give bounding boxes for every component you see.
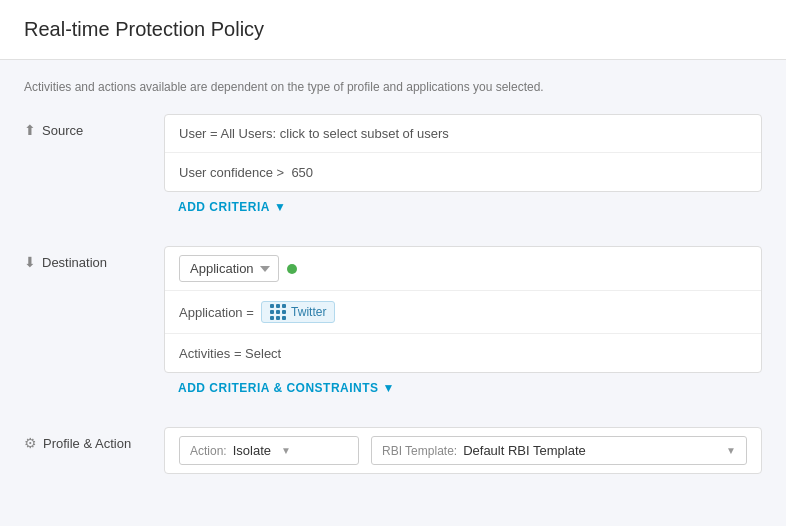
twitter-grid-icon bbox=[270, 304, 286, 320]
destination-app-equals-text: Application = bbox=[179, 305, 261, 320]
page-header: Real-time Protection Policy bbox=[0, 0, 786, 60]
destination-label: ⬇ Destination bbox=[24, 246, 164, 270]
page-title: Real-time Protection Policy bbox=[24, 18, 762, 41]
destination-icon: ⬇ bbox=[24, 254, 36, 270]
info-text: Activities and actions available are dep… bbox=[24, 80, 762, 94]
profile-action-label: ⚙ Profile & Action bbox=[24, 427, 164, 451]
action-label-text: Action: bbox=[190, 444, 227, 458]
rbi-template-dropdown[interactable]: RBI Template: Default RBI Template ▼ bbox=[371, 436, 747, 465]
profile-action-icon: ⚙ bbox=[24, 435, 37, 451]
destination-content: Application Application = bbox=[164, 246, 762, 403]
destination-add-criteria-button[interactable]: ADD CRITERIA & CONSTRAINTS ▼ bbox=[164, 373, 409, 403]
profile-action-section: ⚙ Profile & Action Action: Isolate ▼ RBI… bbox=[24, 427, 762, 474]
source-confidence-text: User confidence > 650 bbox=[179, 165, 313, 180]
source-confidence-row[interactable]: User confidence > 650 bbox=[165, 153, 761, 191]
destination-section: ⬇ Destination Application Application = bbox=[24, 246, 762, 403]
destination-activities-row[interactable]: Activities = Select bbox=[165, 334, 761, 372]
page-body: Activities and actions available are dep… bbox=[0, 60, 786, 518]
destination-green-dot bbox=[287, 264, 297, 274]
source-add-criteria-button[interactable]: ADD CRITERIA ▼ bbox=[164, 192, 300, 222]
destination-app-name: Twitter bbox=[291, 305, 326, 319]
source-add-criteria-arrow: ▼ bbox=[274, 200, 286, 214]
source-icon: ⬆ bbox=[24, 122, 36, 138]
source-user-row[interactable]: User = All Users: click to select subset… bbox=[165, 115, 761, 153]
action-value-text: Isolate bbox=[233, 443, 271, 458]
profile-action-content: Action: Isolate ▼ RBI Template: Default … bbox=[164, 427, 762, 474]
profile-action-box: Action: Isolate ▼ RBI Template: Default … bbox=[164, 427, 762, 474]
rbi-chevron-icon: ▼ bbox=[726, 445, 736, 456]
source-label: ⬆ Source bbox=[24, 114, 164, 138]
source-user-text: User = All Users: click to select subset… bbox=[179, 126, 449, 141]
source-criteria-box: User = All Users: click to select subset… bbox=[164, 114, 762, 192]
destination-app-badge[interactable]: Twitter bbox=[261, 301, 335, 323]
destination-app-select[interactable]: Application bbox=[179, 255, 279, 282]
source-section: ⬆ Source User = All Users: click to sele… bbox=[24, 114, 762, 222]
action-dropdown[interactable]: Action: Isolate ▼ bbox=[179, 436, 359, 465]
destination-add-criteria-arrow: ▼ bbox=[383, 381, 395, 395]
rbi-label-text: RBI Template: bbox=[382, 444, 457, 458]
source-content: User = All Users: click to select subset… bbox=[164, 114, 762, 222]
destination-criteria-box: Application Application = bbox=[164, 246, 762, 373]
action-chevron-icon: ▼ bbox=[281, 445, 291, 456]
destination-app-equals-row[interactable]: Application = Twitter bbox=[165, 291, 761, 334]
profile-action-row: Action: Isolate ▼ RBI Template: Default … bbox=[165, 428, 761, 473]
rbi-value-text: Default RBI Template bbox=[463, 443, 586, 458]
destination-app-dropdown-row: Application bbox=[165, 247, 761, 291]
destination-activities-text: Activities = Select bbox=[179, 346, 281, 361]
